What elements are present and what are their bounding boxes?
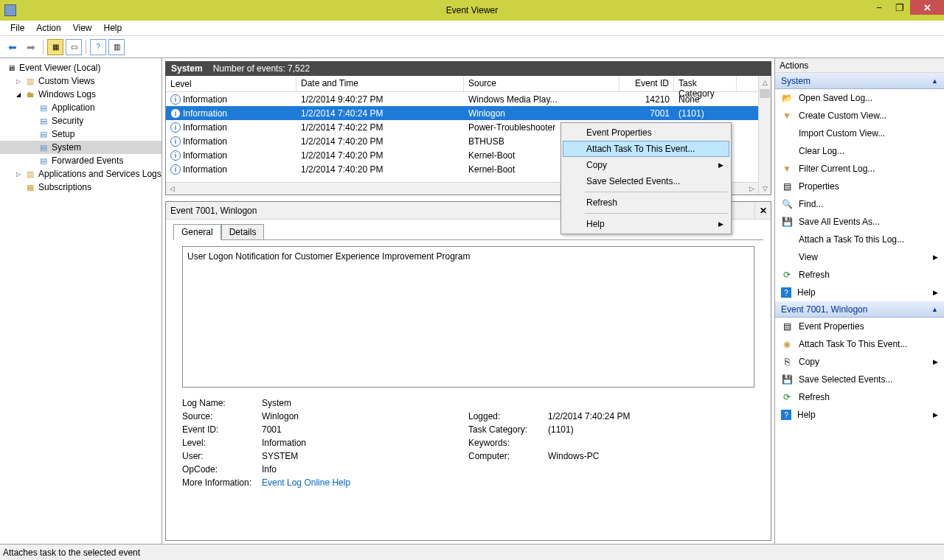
col-date[interactable]: Date and Time	[296, 76, 464, 91]
action-label: Attach a Task To this Log...	[799, 234, 904, 245]
action-save-all[interactable]: 💾Save All Events As...	[775, 213, 944, 231]
tree-setup[interactable]: ▤Setup	[0, 127, 162, 141]
submenu-icon: ▶	[933, 289, 938, 296]
navigation-tree[interactable]: 🖥Event Viewer (Local) ▷▥Custom Views ◢🖿W…	[0, 58, 162, 544]
action-event-properties[interactable]: ▤Event Properties	[775, 318, 944, 335]
properties-toolbar-button[interactable]: ?	[90, 39, 106, 55]
details-title: Event 7001, Winlogon	[170, 206, 257, 216]
close-button[interactable]: ✕	[910, 0, 944, 15]
action-label: Event Properties	[799, 321, 864, 332]
minimize-button[interactable]: −	[869, 0, 889, 15]
action-attach-task-event[interactable]: ◉Attach Task To This Event...	[775, 335, 944, 353]
scroll-left-icon[interactable]: ◁	[166, 183, 178, 195]
ctx-event-properties[interactable]: Event Properties	[563, 125, 729, 141]
tree-apps-services[interactable]: ▷▥Applications and Services Logs	[0, 167, 162, 181]
ctx-help[interactable]: Help▶	[563, 216, 729, 232]
context-menu[interactable]: Event Properties Attach Task To This Eve…	[560, 122, 732, 234]
tree-security[interactable]: ▤Security	[0, 114, 162, 127]
action-properties[interactable]: ▤Properties	[775, 178, 944, 195]
scroll-right-icon[interactable]: ▷	[746, 183, 758, 195]
menu-view[interactable]: View	[67, 21, 98, 35]
col-eventid[interactable]: Event ID	[620, 76, 674, 91]
ctx-refresh[interactable]: Refresh	[563, 195, 729, 211]
maximize-button[interactable]: ❐	[889, 0, 910, 15]
action-refresh-2[interactable]: ⟳Refresh	[775, 388, 944, 406]
menu-action[interactable]: Action	[30, 21, 66, 35]
ctx-label: Event Properties	[586, 127, 652, 138]
tree-label: System	[52, 142, 81, 153]
col-category[interactable]: Task Category	[674, 76, 737, 91]
task-icon: ◉	[781, 339, 793, 349]
logname-value: System	[262, 398, 754, 408]
action-label: Refresh	[799, 270, 830, 280]
tab-details[interactable]: Details	[221, 224, 265, 239]
vertical-scrollbar[interactable]: △ ▽	[758, 76, 771, 195]
tab-general[interactable]: General	[173, 224, 221, 240]
scroll-thumb[interactable]	[760, 89, 770, 98]
source-value: Winlogon	[262, 411, 468, 421]
filter-icon: ▼	[781, 164, 793, 174]
tree-custom-views[interactable]: ▷▥Custom Views	[0, 74, 162, 88]
tree-windows-logs[interactable]: ◢🖿Windows Logs	[0, 88, 162, 101]
help-toolbar-button[interactable]: ▭	[66, 39, 82, 55]
eventid-label: Event ID:	[182, 424, 262, 435]
action-label: Clear Log...	[799, 146, 844, 156]
action-view[interactable]: View▶	[775, 248, 944, 266]
expand-icon[interactable]: ▷	[15, 171, 22, 178]
tree-application[interactable]: ▤Application	[0, 101, 162, 114]
actions-event-header[interactable]: Event 7001, Winlogon▲	[775, 301, 944, 318]
details-close-button[interactable]: ✕	[754, 202, 771, 219]
expand-icon[interactable]: ▷	[15, 78, 22, 85]
action-help[interactable]: ?Help▶	[775, 284, 944, 301]
cell-date: 1/2/2014 7:40:20 PM	[296, 150, 464, 161]
action-filter-log[interactable]: ▼Filter Current Log...	[775, 160, 944, 178]
ctx-label: Save Selected Events...	[586, 176, 680, 186]
actions-system-header[interactable]: System▲	[775, 73, 944, 89]
action-label: Copy	[799, 357, 819, 367]
tree-system[interactable]: ▤System	[0, 141, 162, 154]
collapse-icon[interactable]: ◢	[15, 91, 22, 98]
submenu-icon: ▶	[933, 411, 938, 419]
tree-forwarded[interactable]: ▤Forwarded Events	[0, 154, 162, 167]
show-hide-tree-button[interactable]: ▦	[47, 39, 63, 55]
action-create-custom-view[interactable]: ▼Create Custom View...	[775, 107, 944, 125]
titlebar: Event Viewer − ❐ ✕	[0, 0, 944, 21]
table-row[interactable]: iInformation1/2/2014 9:40:27 PMWindows M…	[166, 92, 758, 106]
events-header: System Number of events: 7,522	[165, 61, 771, 76]
event-description[interactable]: User Logon Notification for Customer Exp…	[182, 246, 754, 388]
action-copy[interactable]: ⎘Copy▶	[775, 353, 944, 371]
cell-level: Information	[183, 150, 227, 161]
scroll-up-icon[interactable]: △	[759, 76, 771, 88]
action-label: Help	[797, 410, 816, 420]
back-button[interactable]: ⬅	[4, 39, 21, 55]
refresh-icon: ⟳	[781, 270, 793, 280]
action-refresh[interactable]: ⟳Refresh	[775, 266, 944, 284]
col-source[interactable]: Source	[464, 76, 620, 91]
menu-help[interactable]: Help	[98, 21, 128, 35]
subscriptions-icon: ▦	[24, 182, 36, 192]
action-clear-log[interactable]: Clear Log...	[775, 142, 944, 160]
tree-label: Windows Logs	[38, 89, 96, 99]
action-save-selected[interactable]: 💾Save Selected Events...	[775, 371, 944, 388]
refresh-toolbar-button[interactable]: ▥	[108, 39, 125, 55]
tree-subscriptions[interactable]: ▦Subscriptions	[0, 181, 162, 194]
ctx-attach-task[interactable]: Attach Task To This Event...	[563, 141, 729, 157]
action-import-custom-view[interactable]: Import Custom View...	[775, 125, 944, 142]
action-attach-task-log[interactable]: Attach a Task To this Log...	[775, 231, 944, 248]
ctx-copy[interactable]: Copy▶	[563, 157, 729, 173]
action-label: Filter Current Log...	[799, 164, 875, 174]
menu-file[interactable]: File	[4, 21, 30, 35]
cell-source: Winlogon	[464, 108, 620, 119]
action-open-saved-log[interactable]: 📂Open Saved Log...	[775, 89, 944, 107]
user-value: SYSTEM	[262, 451, 468, 461]
tree-label: Applications and Services Logs	[38, 169, 162, 179]
action-help-2[interactable]: ?Help▶	[775, 406, 944, 424]
col-level[interactable]: Level	[166, 76, 296, 91]
tree-root[interactable]: 🖥Event Viewer (Local)	[0, 61, 162, 74]
scroll-down-icon[interactable]: ▽	[759, 182, 771, 195]
ctx-save-selected[interactable]: Save Selected Events...	[563, 173, 729, 189]
moreinfo-link[interactable]: Event Log Online Help	[262, 477, 754, 488]
table-row[interactable]: iInformation1/2/2014 7:40:24 PMWinlogon7…	[166, 106, 758, 120]
forward-button[interactable]: ➡	[23, 39, 39, 55]
action-find[interactable]: 🔍Find...	[775, 195, 944, 213]
